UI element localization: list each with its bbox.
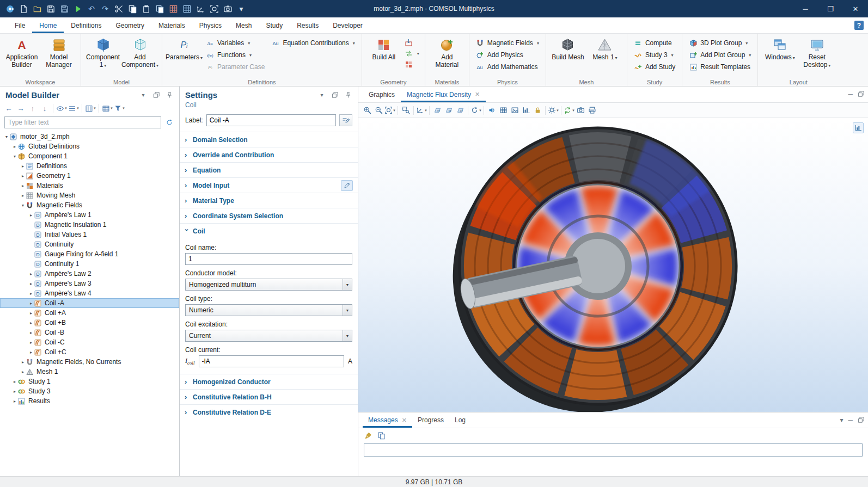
add-plot-group-button[interactable]: Add Plot Group▾ bbox=[686, 49, 754, 61]
panel-menu-icon[interactable]: ▾ bbox=[317, 91, 326, 100]
messages-output[interactable] bbox=[364, 443, 863, 457]
move-down-icon[interactable]: ↓ bbox=[39, 102, 50, 114]
chevron-right-icon[interactable]: ▸ bbox=[28, 272, 34, 276]
parameter-case-button[interactable]: Pi Parameter Case bbox=[203, 61, 267, 73]
menu-tab-geometry[interactable]: Geometry bbox=[108, 17, 151, 33]
zoom-in-icon[interactable] bbox=[362, 104, 372, 116]
back-icon[interactable]: ← bbox=[3, 102, 14, 114]
chevron-right-icon[interactable]: ▸ bbox=[11, 389, 18, 394]
plot-data-icon[interactable] bbox=[521, 104, 531, 116]
menu-tab-definitions[interactable]: Definitions bbox=[64, 17, 108, 33]
redo-icon[interactable]: ↷ bbox=[99, 2, 112, 16]
pin-icon[interactable] bbox=[165, 91, 174, 100]
tree-item[interactable]: DMagnetic Insulation 1 bbox=[0, 220, 179, 230]
graphics-viewport[interactable] bbox=[358, 118, 868, 412]
node-grouping-icon[interactable]: ▾ bbox=[102, 102, 113, 114]
view-xy-icon[interactable]: xy bbox=[432, 104, 443, 116]
view-zx-icon[interactable]: zx bbox=[455, 104, 466, 116]
section-override-and-contribution[interactable]: ›Override and Contribution bbox=[180, 147, 358, 162]
float-panel-icon[interactable] bbox=[858, 90, 865, 99]
scene-light-icon[interactable]: ▾ bbox=[548, 104, 559, 116]
panel-menu-icon[interactable]: ▾ bbox=[840, 416, 843, 425]
3d-plot-group-button[interactable]: 3D Plot Group▾ bbox=[686, 37, 754, 49]
tree-item[interactable]: ▾motor_3d_2.mph bbox=[0, 132, 179, 141]
equation-contributions-button[interactable]: Δu Equation Contributions▾ bbox=[268, 37, 357, 49]
chevron-right-icon[interactable]: ▸ bbox=[20, 193, 26, 198]
label-input[interactable] bbox=[206, 114, 336, 126]
tree-item[interactable]: ▸Results bbox=[0, 396, 179, 406]
result-templates-button[interactable]: Result Templates bbox=[686, 61, 754, 73]
comsol-logo-icon[interactable] bbox=[3, 2, 16, 16]
chevron-right-icon[interactable]: ▸ bbox=[20, 164, 26, 169]
close-icon[interactable]: ✕ bbox=[475, 91, 480, 98]
minimize-panel-icon[interactable]: ─ bbox=[848, 416, 853, 425]
tree-item[interactable]: ▸DAmpère's Law 3 bbox=[0, 279, 179, 288]
chevron-right-icon[interactable]: ▸ bbox=[11, 379, 18, 384]
tab-progress[interactable]: Progress bbox=[412, 412, 449, 428]
add-physics-button[interactable]: Add Physics bbox=[473, 49, 542, 61]
chevron-down-icon[interactable]: ▾ bbox=[20, 203, 26, 208]
run-icon[interactable] bbox=[71, 2, 84, 16]
chevron-right-icon[interactable]: ▸ bbox=[11, 144, 18, 149]
undo-icon[interactable]: ↶ bbox=[85, 2, 98, 16]
save-icon[interactable] bbox=[44, 2, 57, 16]
duplicate-icon[interactable] bbox=[153, 2, 166, 16]
chevron-right-icon[interactable]: ▸ bbox=[28, 281, 34, 286]
coil-name-input[interactable] bbox=[185, 253, 352, 265]
tree-filter-input[interactable] bbox=[4, 116, 161, 128]
tree-item[interactable]: ▸Coil -A bbox=[0, 298, 179, 308]
tree-item[interactable]: ▸Materials bbox=[0, 181, 179, 190]
minimize-panel-icon[interactable]: ─ bbox=[848, 90, 853, 99]
table-icon[interactable] bbox=[498, 104, 509, 116]
tree-item[interactable]: ▸Geometry 1 bbox=[0, 171, 179, 181]
pin-icon[interactable] bbox=[344, 91, 352, 100]
image-snapshot-icon[interactable] bbox=[509, 104, 520, 116]
tree-item[interactable]: ▸Coil +A bbox=[0, 308, 179, 318]
tree-item[interactable]: ▸DAmpère's Law 4 bbox=[0, 288, 179, 298]
tree-item[interactable]: ▸DAmpère's Law 2 bbox=[0, 269, 179, 279]
chevron-right-icon[interactable]: ▸ bbox=[28, 340, 34, 345]
chevron-right-icon[interactable]: ▸ bbox=[20, 174, 26, 178]
rename-icon[interactable] bbox=[339, 114, 352, 126]
coil-current-input[interactable] bbox=[199, 355, 344, 367]
print-icon[interactable] bbox=[586, 104, 597, 116]
insert-sequence-button[interactable] bbox=[403, 38, 421, 47]
tree-item[interactable]: ▸Moving Mesh bbox=[0, 190, 179, 200]
camera-icon[interactable] bbox=[575, 104, 586, 116]
plot-properties-icon[interactable] bbox=[853, 122, 864, 133]
add-mathematics-button[interactable]: Δu Add Mathematics bbox=[473, 61, 542, 73]
menu-tab-mesh[interactable]: Mesh bbox=[229, 17, 259, 33]
tree-item[interactable]: ▸Coil +C bbox=[0, 347, 179, 357]
chevron-right-icon[interactable]: ▸ bbox=[28, 311, 34, 316]
model-tree-columns-icon[interactable]: ▾ bbox=[85, 102, 96, 114]
compute-button[interactable]: Compute bbox=[631, 37, 678, 49]
component-1-button[interactable]: Component 1▾ bbox=[85, 35, 121, 77]
remove-details-button[interactable] bbox=[403, 59, 421, 69]
tree-item[interactable]: ▸Coil +B bbox=[0, 318, 179, 328]
chevron-down-icon[interactable]: ▾ bbox=[11, 154, 18, 159]
parameters-button[interactable]: Pi Parameters▾ bbox=[166, 35, 202, 77]
menu-tab-results[interactable]: Results bbox=[290, 17, 326, 33]
coil-excitation-select[interactable]: Current▼ bbox=[185, 330, 352, 342]
tree-item[interactable]: ▾Component 1 bbox=[0, 151, 179, 161]
lock-icon[interactable] bbox=[532, 104, 543, 116]
show-icon[interactable]: ▾ bbox=[56, 102, 67, 114]
chevron-right-icon[interactable]: ▸ bbox=[20, 360, 26, 365]
copy-icon[interactable] bbox=[126, 2, 139, 16]
chevron-right-icon[interactable]: ▸ bbox=[28, 291, 34, 296]
panel-menu-icon[interactable]: ▾ bbox=[139, 91, 148, 100]
menu-tab-physics[interactable]: Physics bbox=[192, 17, 229, 33]
tree-item[interactable]: ▸Study 1 bbox=[0, 377, 179, 386]
save-to-server-icon[interactable] bbox=[58, 2, 71, 16]
tab-messages[interactable]: Messages✕ bbox=[363, 412, 412, 428]
livelink-button[interactable]: ▾ bbox=[403, 48, 421, 58]
application-builder-button[interactable]: A Application Builder bbox=[4, 35, 40, 77]
clear-messages-icon[interactable] bbox=[363, 429, 374, 441]
refresh-icon[interactable]: ▾ bbox=[470, 104, 481, 116]
snapshot-icon[interactable] bbox=[221, 2, 234, 16]
conductor-model-select[interactable]: Homogenized multiturn▼ bbox=[185, 279, 352, 291]
menu-tab-file[interactable]: File bbox=[8, 17, 32, 33]
tree-item[interactable]: ▸Global Definitions bbox=[0, 141, 179, 151]
menu-tab-materials[interactable]: Materials bbox=[151, 17, 192, 33]
tree-item[interactable]: ▸Coil -C bbox=[0, 337, 179, 347]
